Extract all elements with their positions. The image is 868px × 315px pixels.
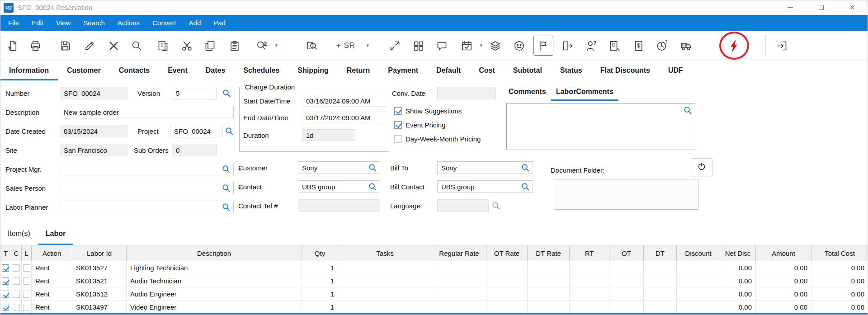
cell-l[interactable] xyxy=(22,287,32,301)
cell-regular-rate[interactable] xyxy=(432,301,486,314)
invoice-icon[interactable]: $ xyxy=(628,36,648,56)
cell-tasks[interactable] xyxy=(338,287,432,301)
add-sr-button[interactable]: + SR xyxy=(329,36,363,56)
cell-action[interactable]: Rent xyxy=(32,274,72,287)
cell-t[interactable] xyxy=(0,301,11,314)
number-input[interactable]: SFO_00024 xyxy=(60,87,127,99)
column-header-ot-rate[interactable]: OT Rate xyxy=(486,245,528,261)
tiles-icon[interactable] xyxy=(408,36,428,56)
row-checkbox-c[interactable] xyxy=(13,291,20,298)
save-icon[interactable] xyxy=(55,36,75,56)
row-checkbox-c[interactable] xyxy=(13,264,20,272)
row-select-checkbox[interactable] xyxy=(2,264,9,272)
cell-l[interactable] xyxy=(22,261,32,274)
calendar-check-icon[interactable] xyxy=(457,36,476,56)
cell-total-cost[interactable]: 0.00 xyxy=(811,301,868,314)
cell-qty[interactable]: 1 xyxy=(302,301,338,314)
column-header-rt[interactable]: RT xyxy=(570,245,609,261)
cell-total-cost[interactable]: 0.00 xyxy=(811,274,868,287)
cell-action[interactable]: Rent xyxy=(32,287,72,301)
language-input[interactable] xyxy=(437,199,489,212)
comments-search-icon[interactable] xyxy=(684,106,692,115)
cell-labor-id[interactable]: SK013497 xyxy=(72,301,127,314)
column-header-regular-rate[interactable]: Regular Rate xyxy=(432,245,486,261)
column-header-c[interactable]: C xyxy=(11,245,22,261)
cell-ot-rate[interactable] xyxy=(486,287,528,301)
cell-discount[interactable] xyxy=(677,287,720,301)
tab-customer[interactable]: Customer xyxy=(58,61,110,80)
column-header-total-cost[interactable]: Total Cost xyxy=(811,245,868,261)
labor-planner-input[interactable] xyxy=(60,201,234,213)
cell-rt[interactable] xyxy=(570,274,609,287)
cell-t[interactable] xyxy=(0,261,11,274)
cell-amount[interactable]: 0.00 xyxy=(756,261,811,274)
cell-total-cost[interactable]: 0.00 xyxy=(811,261,868,274)
cell-t[interactable] xyxy=(0,287,11,301)
row-checkbox-l[interactable] xyxy=(23,304,30,311)
sub-orders-input[interactable]: 0 xyxy=(172,144,217,156)
tab-event[interactable]: Event xyxy=(159,61,197,80)
contact-search-icon[interactable] xyxy=(368,183,377,191)
cell-c[interactable] xyxy=(11,274,22,287)
project-mgr-input[interactable] xyxy=(60,163,234,175)
column-header-t[interactable]: T xyxy=(0,245,11,261)
cell-dt-rate[interactable] xyxy=(528,287,570,301)
cell-t[interactable] xyxy=(0,274,11,287)
cell-amount[interactable]: 0.00 xyxy=(756,274,811,287)
cell-qty[interactable]: 1 xyxy=(302,261,338,274)
tab-schedules[interactable]: Schedules xyxy=(234,61,288,80)
column-header-tasks[interactable]: Tasks xyxy=(338,245,432,261)
cell-rt[interactable] xyxy=(570,301,609,314)
cell-ot-rate[interactable] xyxy=(486,274,528,287)
new-document-icon[interactable] xyxy=(3,36,23,56)
column-header-dt-rate[interactable]: DT Rate xyxy=(528,245,570,261)
cell-action[interactable]: Rent xyxy=(32,261,72,274)
copy-count-icon[interactable]: 0 xyxy=(153,36,173,56)
document-folder-box[interactable] xyxy=(554,179,698,210)
cell-tasks[interactable] xyxy=(338,274,432,287)
tab-status[interactable]: Status xyxy=(551,61,591,80)
row-checkbox-l[interactable] xyxy=(23,291,30,298)
maximize-button[interactable] xyxy=(806,0,837,15)
tab-labor[interactable]: Labor xyxy=(38,223,73,245)
customer-search-icon[interactable] xyxy=(368,164,377,172)
cell-regular-rate[interactable] xyxy=(432,287,486,301)
tab-shipping[interactable]: Shipping xyxy=(288,61,337,80)
search-icon[interactable] xyxy=(127,36,146,56)
cell-c[interactable] xyxy=(11,301,22,314)
column-header-dt[interactable]: DT xyxy=(644,245,677,261)
tab-comments[interactable]: Comments xyxy=(504,86,551,101)
menu-convert[interactable]: Convert xyxy=(146,15,183,31)
row-select-checkbox[interactable] xyxy=(2,291,9,298)
bill-to-input[interactable]: Sony xyxy=(437,161,533,174)
logout-icon[interactable] xyxy=(772,36,792,56)
tab-information[interactable]: Information xyxy=(0,61,58,80)
chevron-down-icon[interactable] xyxy=(275,42,278,48)
search-view-icon[interactable] xyxy=(302,36,321,56)
column-header-l[interactable]: L xyxy=(22,245,32,261)
clock-info-icon[interactable]: ? xyxy=(652,36,672,56)
tab-cost[interactable]: Cost xyxy=(470,61,504,80)
cell-ot[interactable] xyxy=(609,301,644,314)
customer-input[interactable]: Sony xyxy=(298,161,380,174)
menu-view[interactable]: View xyxy=(50,15,77,31)
cut-icon[interactable] xyxy=(177,36,197,56)
tab-dates[interactable]: Dates xyxy=(197,61,235,80)
cell-rt[interactable] xyxy=(570,261,609,274)
site-input[interactable]: San Francisco xyxy=(60,144,127,156)
cell-dt-rate[interactable] xyxy=(528,301,570,314)
cell-description[interactable]: Lighting Technician xyxy=(127,261,302,274)
cell-c[interactable] xyxy=(11,261,22,274)
tab-default[interactable]: Default xyxy=(427,61,470,80)
cell-regular-rate[interactable] xyxy=(432,261,486,274)
cell-qty[interactable]: 1 xyxy=(302,274,338,287)
tab-laborcomments[interactable]: LaborComments xyxy=(551,86,618,101)
row-select-checkbox[interactable] xyxy=(2,304,9,311)
labor-planner-search-icon[interactable] xyxy=(222,203,231,212)
cell-ot[interactable] xyxy=(609,274,644,287)
smiley-icon[interactable] xyxy=(509,36,529,56)
bill-to-search-icon[interactable] xyxy=(521,164,530,172)
column-header-description[interactable]: Description xyxy=(127,245,302,261)
cell-total-cost[interactable]: 0.00 xyxy=(811,287,868,301)
tab-return[interactable]: Return xyxy=(338,61,379,80)
